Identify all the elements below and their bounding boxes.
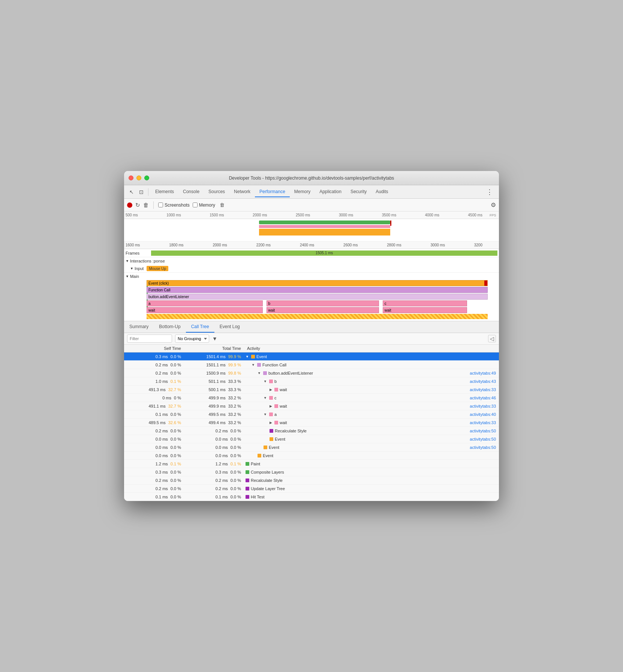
fps-cpu-net-bars[interactable]: [124, 219, 499, 242]
event-click-block[interactable]: Event (click): [147, 280, 488, 286]
tab-performance[interactable]: Performance: [255, 187, 290, 197]
expand-arrow[interactable]: ▶: [270, 404, 272, 408]
table-row[interactable]: 0.2 ms 0.0 % 0.2 ms 0.0 % Recalculate St…: [124, 476, 499, 484]
table-row[interactable]: 0.2 ms 0.0 % 0.2 ms 0.0 % Update Layer T…: [124, 484, 499, 493]
interactions-row: ▼ Interactions :ponse: [124, 257, 499, 265]
expand-arrow[interactable]: ▼: [258, 371, 261, 375]
maximize-button[interactable]: [144, 176, 149, 180]
table-row[interactable]: 0.0 ms 0.0 % 0.0 ms 0.0 % Event activity…: [124, 443, 499, 452]
mark-4500: 4500 ms: [468, 213, 482, 217]
table-row[interactable]: 1.2 ms 0.1 % 1.2 ms 0.1 % Paint: [124, 460, 499, 468]
total-pct: 99.8 %: [228, 371, 241, 375]
table-row[interactable]: 0 ms 0 % 499.9 ms 33.2 % ▼ c activitytab…: [124, 394, 499, 402]
row-link[interactable]: activitytabs:46: [470, 396, 499, 400]
expand-arrow[interactable]: ▼: [264, 412, 267, 416]
reload-button[interactable]: ↻: [135, 202, 140, 208]
cursor-icon[interactable]: ↖: [127, 188, 136, 196]
total-ms: 501.1 ms: [208, 379, 225, 384]
total-pct: 0.0 %: [231, 445, 241, 450]
collapse-button[interactable]: ◁: [488, 335, 496, 342]
expand-arrow[interactable]: ▼: [252, 363, 255, 367]
table-row[interactable]: 0.2 ms 0.0 % 1501.1 ms 99.9 % ▼ Function…: [124, 361, 499, 369]
tab-network[interactable]: Network: [229, 187, 255, 197]
table-row[interactable]: 489.5 ms 32.6 % 499.4 ms 33.2 % ▶ wait a…: [124, 418, 499, 427]
header-total-time[interactable]: Total Time: [184, 345, 244, 352]
more-tabs-button[interactable]: ⋮: [483, 188, 496, 196]
wait1-block[interactable]: wait: [147, 307, 263, 313]
row-link[interactable]: activitytabs:40: [470, 412, 499, 417]
function-call-block[interactable]: Function Call: [147, 287, 488, 293]
row-link[interactable]: activitytabs:33: [470, 387, 499, 392]
memory-checkbox-label[interactable]: Memory: [193, 202, 215, 208]
grouping-select[interactable]: No Grouping: [175, 334, 209, 343]
wait2-block[interactable]: wait: [267, 307, 379, 313]
table-row[interactable]: 0.3 ms 0.0 % 1501.4 ms 99.9 % ▼ Event: [124, 352, 499, 361]
cell-self-time: 0.1 ms 0.0 %: [124, 495, 184, 499]
clear-button[interactable]: 🗑: [143, 202, 149, 208]
memory-checkbox[interactable]: [193, 202, 198, 207]
record-button[interactable]: [127, 202, 132, 208]
table-row[interactable]: 491.1 ms 32.7 % 499.9 ms 33.2 % ▶ wait a…: [124, 402, 499, 410]
tab-security[interactable]: Security: [346, 187, 371, 197]
header-activity[interactable]: Activity: [244, 345, 499, 352]
main-triangle[interactable]: ▼: [126, 274, 129, 278]
interactions-triangle[interactable]: ▼: [126, 259, 129, 263]
table-row[interactable]: 0.2 ms 0.0 % 1500.9 ms 99.8 % ▼ button.a…: [124, 369, 499, 377]
activity-name: c: [274, 396, 277, 400]
expand-arrow[interactable]: ▼: [264, 380, 267, 383]
row-link[interactable]: activitytabs:50: [470, 445, 499, 450]
wait3-block[interactable]: wait: [383, 307, 467, 313]
tab-elements[interactable]: Elements: [151, 187, 178, 197]
close-button[interactable]: [129, 176, 133, 180]
expand-arrow[interactable]: ▼: [264, 396, 267, 400]
expand-arrow[interactable]: ▼: [246, 355, 249, 358]
activity-color-dot: [270, 429, 273, 433]
tab-event-log[interactable]: Event Log: [214, 321, 245, 333]
table-row[interactable]: 0.2 ms 0.0 % 0.2 ms 0.0 % Recalculate St…: [124, 427, 499, 435]
tab-console[interactable]: Console: [178, 187, 204, 197]
total-pct: 33.2 %: [228, 412, 241, 417]
row-link[interactable]: activitytabs:50: [470, 429, 499, 433]
row-link[interactable]: activitytabs:43: [470, 379, 499, 384]
c-block[interactable]: c: [383, 300, 467, 306]
a-block[interactable]: a: [147, 300, 263, 306]
table-row[interactable]: 1.0 ms 0.1 % 501.1 ms 33.3 % ▼ b activit…: [124, 377, 499, 386]
filter-input[interactable]: [127, 334, 172, 343]
activity-name: Hit Test: [251, 495, 264, 499]
tab-summary[interactable]: Summary: [124, 321, 154, 333]
total-pct: 33.2 %: [228, 420, 241, 425]
mark-1800: 1800 ms: [169, 243, 183, 247]
trash-button[interactable]: 🗑: [220, 202, 225, 208]
table-row[interactable]: 0.0 ms 0.0 % 0.0 ms 0.0 % Event: [124, 452, 499, 460]
table-row[interactable]: 0.1 ms 0.0 % 0.1 ms 0.0 % Hit Test: [124, 493, 499, 501]
tab-bottom-up[interactable]: Bottom-Up: [154, 321, 186, 333]
settings-icon[interactable]: ⚙: [491, 201, 496, 208]
table-row[interactable]: 491.3 ms 32.7 % 500.1 ms 33.3 % ▶ wait a…: [124, 386, 499, 394]
row-link[interactable]: activitytabs:33: [470, 420, 499, 425]
table-row[interactable]: 0.1 ms 0.0 % 499.5 ms 33.2 % ▼ a activit…: [124, 410, 499, 418]
expand-arrow[interactable]: ▶: [270, 388, 272, 392]
minimize-button[interactable]: [136, 176, 141, 180]
tab-sources[interactable]: Sources: [204, 187, 229, 197]
row-link[interactable]: activitytabs:50: [470, 437, 499, 441]
self-ms: 489.5 ms: [148, 420, 165, 425]
dock-icon[interactable]: ⊡: [137, 188, 146, 196]
table-row[interactable]: 0.0 ms 0.0 % 0.0 ms 0.0 % Event activity…: [124, 435, 499, 443]
tab-application[interactable]: Application: [315, 187, 346, 197]
cell-self-time: 491.1 ms 32.7 %: [124, 404, 184, 408]
tab-memory[interactable]: Memory: [290, 187, 315, 197]
tab-call-tree[interactable]: Call Tree: [186, 321, 214, 333]
b-block[interactable]: b: [267, 300, 379, 306]
self-pct: 0.0 %: [171, 371, 181, 375]
row-link[interactable]: activitytabs:49: [470, 371, 499, 375]
button-add-block[interactable]: button.addEventListener: [147, 294, 488, 300]
expand-arrow[interactable]: ▶: [270, 421, 272, 424]
mark-3500: 3500 ms: [382, 213, 396, 217]
input-triangle[interactable]: ▼: [130, 267, 133, 270]
header-self-time[interactable]: Self Time: [124, 345, 184, 352]
screenshots-checkbox-label[interactable]: Screenshots: [158, 202, 190, 208]
table-row[interactable]: 0.3 ms 0.0 % 0.3 ms 0.0 % Composite Laye…: [124, 468, 499, 476]
row-link[interactable]: activitytabs:33: [470, 404, 499, 408]
screenshots-checkbox[interactable]: [158, 202, 163, 207]
tab-audits[interactable]: Audits: [371, 187, 392, 197]
